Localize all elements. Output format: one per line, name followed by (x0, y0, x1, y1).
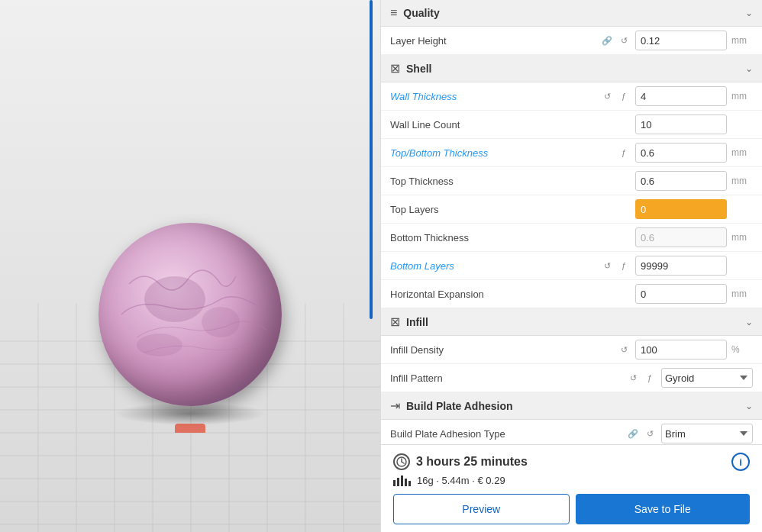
globe-model (98, 223, 282, 406)
top-bottom-thickness-row: Top/Bottom Thickness ƒ mm (381, 139, 762, 167)
shell-section-header[interactable]: ⊠ Shell ⌄ (381, 55, 762, 82)
svg-line-22 (402, 462, 404, 463)
wall-thickness-info-icon[interactable]: ƒ (617, 89, 631, 103)
bottom-thickness-row: Bottom Thickness mm (381, 224, 762, 252)
top-bottom-thickness-input[interactable] (635, 143, 727, 163)
infill-density-label: Infill Density (390, 344, 617, 356)
bottom-layers-reset-icon[interactable]: ↺ (600, 259, 614, 272)
action-buttons: Preview Save to File (393, 494, 750, 524)
top-bottom-info-icon[interactable]: ƒ (617, 146, 631, 160)
layer-height-unit: mm (731, 35, 753, 46)
time-text: 3 hours 25 minutes (416, 455, 528, 469)
wall-line-count-input[interactable] (635, 114, 727, 134)
layer-height-link-icon[interactable]: 🔗 (600, 34, 614, 47)
shell-chevron-icon: ⌄ (745, 63, 753, 74)
time-row: 3 hours 25 minutes i (393, 453, 750, 471)
material-icon (393, 474, 411, 486)
build-plate-section-header[interactable]: ⇥ Build Plate Adhesion ⌄ (381, 392, 762, 420)
bottom-thickness-input[interactable] (635, 227, 727, 247)
build-plate-title: Build Plate Adhesion (406, 400, 745, 412)
wall-thickness-input-wrapper: mm (635, 86, 753, 106)
clock-svg (396, 456, 407, 467)
quality-title: Quality (403, 7, 745, 19)
top-thickness-input[interactable] (635, 171, 727, 191)
layer-height-label: Layer Height (390, 35, 600, 47)
3d-model-container (98, 223, 282, 433)
infill-chevron-icon: ⌄ (745, 317, 753, 327)
horizontal-expansion-unit: mm (731, 289, 753, 299)
bottom-thickness-input-wrapper: mm (635, 227, 753, 247)
infill-pattern-info-icon[interactable]: ƒ (643, 371, 657, 385)
bottom-layers-input-wrapper (635, 256, 753, 276)
3d-viewport[interactable] (0, 0, 380, 532)
save-button[interactable]: Save to File (576, 494, 751, 524)
settings-scroll-area[interactable]: ≡ Quality ⌄ Layer Height 🔗 ↺ mm ⊠ Shell … (381, 0, 762, 444)
adhesion-type-input-wrapper: Brim None Skirt Raft (661, 424, 753, 443)
wall-thickness-label: Wall Thickness (390, 91, 600, 102)
wall-thickness-row: Wall Thickness ↺ ƒ mm (381, 82, 762, 111)
bottom-thickness-label: Bottom Thickness (390, 232, 631, 243)
wall-thickness-reset-icon[interactable]: ↺ (600, 89, 614, 103)
infill-icon: ⊠ (390, 314, 400, 329)
adhesion-type-link-icon[interactable]: 🔗 (626, 427, 640, 440)
adhesion-type-select[interactable]: Brim None Skirt Raft (661, 424, 753, 443)
bottom-layers-label: Bottom Layers (390, 260, 600, 272)
wall-line-count-label: Wall Line Count (390, 119, 631, 131)
preview-button[interactable]: Preview (393, 494, 570, 524)
top-layers-input-wrapper (635, 199, 753, 219)
settings-panel: ≡ Quality ⌄ Layer Height 🔗 ↺ mm ⊠ Shell … (380, 0, 762, 532)
infill-pattern-icons: ↺ ƒ (626, 371, 657, 385)
material-text: 16g · 5.44m · € 0.29 (417, 475, 505, 486)
top-layers-row: Top Layers (381, 195, 762, 224)
infill-section-header[interactable]: ⊠ Infill ⌄ (381, 308, 762, 336)
top-bottom-thickness-label: Top/Bottom Thickness (390, 147, 617, 159)
infill-density-row: Infill Density ↺ % (381, 336, 762, 364)
navigation-indicator (370, 0, 373, 319)
top-layers-input[interactable] (635, 199, 727, 219)
adhesion-type-label: Build Plate Adhesion Type (390, 428, 626, 440)
wall-line-count-input-wrapper (635, 114, 753, 134)
infill-density-input[interactable] (635, 340, 727, 360)
wall-thickness-input[interactable] (635, 86, 727, 106)
horizontal-expansion-input[interactable] (635, 284, 727, 304)
bottom-layers-input[interactable] (635, 256, 727, 276)
clock-icon (393, 453, 410, 470)
layer-height-row: Layer Height 🔗 ↺ mm (381, 27, 762, 55)
quality-icon: ≡ (390, 6, 397, 20)
shell-icon: ⊠ (390, 61, 400, 76)
layer-height-icons: 🔗 ↺ (600, 34, 631, 47)
model-base (175, 424, 205, 433)
infill-density-reset-icon[interactable]: ↺ (617, 343, 631, 356)
horizontal-expansion-label: Horizontal Expansion (390, 289, 631, 300)
adhesion-type-reset-icon[interactable]: ↺ (643, 427, 657, 440)
infill-pattern-label: Infill Pattern (390, 372, 626, 384)
shell-title: Shell (406, 63, 745, 75)
status-bar: 3 hours 25 minutes i 16g · 5.44m · € 0.2… (381, 444, 762, 532)
layer-height-reset-icon[interactable]: ↺ (617, 34, 631, 47)
infill-density-icons: ↺ (617, 343, 631, 356)
wall-thickness-icons: ↺ ƒ (600, 89, 631, 103)
top-bottom-thickness-icons: ƒ (617, 146, 631, 160)
top-thickness-label: Top Thickness (390, 176, 631, 187)
time-info: 3 hours 25 minutes (393, 453, 528, 470)
build-plate-chevron-icon: ⌄ (745, 401, 753, 411)
build-plate-icon: ⇥ (390, 398, 400, 413)
horizontal-expansion-row: Horizontal Expansion mm (381, 280, 762, 308)
adhesion-type-row: Build Plate Adhesion Type 🔗 ↺ Brim None … (381, 420, 762, 444)
infill-pattern-input-wrapper: Gyroid Lines Grid Triangles Cubic (661, 368, 753, 388)
infill-title: Infill (406, 316, 745, 328)
top-thickness-input-wrapper: mm (635, 171, 753, 191)
wall-line-count-row: Wall Line Count (381, 111, 762, 139)
infill-density-unit: % (731, 344, 753, 355)
info-button[interactable]: i (731, 453, 750, 471)
infill-pattern-select[interactable]: Gyroid Lines Grid Triangles Cubic (661, 368, 753, 388)
layer-height-input-wrapper: mm (635, 31, 753, 50)
infill-pattern-reset-icon[interactable]: ↺ (626, 371, 640, 385)
bottom-layers-info-icon[interactable]: ƒ (617, 259, 631, 272)
top-thickness-row: Top Thickness mm (381, 167, 762, 195)
quality-section-header[interactable]: ≡ Quality ⌄ (381, 0, 762, 27)
bottom-layers-row: Bottom Layers ↺ ƒ (381, 252, 762, 280)
layer-height-input[interactable] (635, 31, 727, 50)
top-bottom-thickness-unit: mm (731, 147, 753, 158)
bottom-thickness-unit: mm (731, 232, 753, 243)
